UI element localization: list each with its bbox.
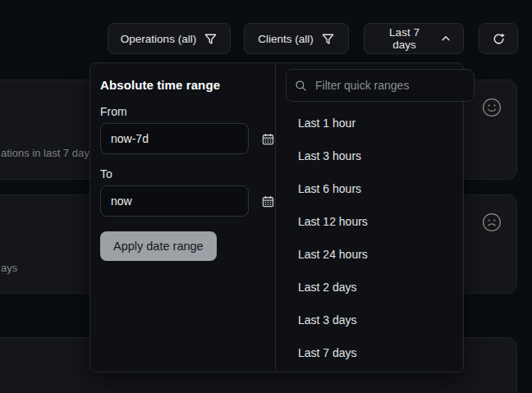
- quick-range-option[interactable]: Last 2 days: [276, 271, 485, 304]
- clients-filter-button[interactable]: Clients (all): [244, 23, 349, 54]
- from-label: From: [100, 105, 275, 118]
- absolute-time-range-section: Absolute time range From To: [90, 63, 275, 372]
- quick-range-option[interactable]: Last 3 days: [276, 304, 485, 336]
- filter-icon: [204, 32, 218, 46]
- filter-icon: [321, 32, 335, 46]
- to-input[interactable]: [100, 185, 249, 217]
- quick-range-option[interactable]: Last 3 hours: [276, 139, 485, 172]
- quick-range-option[interactable]: Last 1 hour: [276, 107, 485, 139]
- section-title: Absolute time range: [100, 78, 275, 92]
- card-caption-text: ations in last 7 days: [1, 147, 94, 159]
- refresh-button[interactable]: [479, 23, 518, 54]
- from-input-row: [100, 123, 275, 154]
- quick-range-list: Last 1 hour Last 3 hours Last 6 hours La…: [276, 107, 485, 369]
- refresh-icon: [492, 32, 506, 46]
- quick-range-search[interactable]: [286, 69, 475, 102]
- chevron-up-icon: [440, 33, 452, 44]
- from-input[interactable]: [100, 123, 249, 154]
- time-range-button[interactable]: Last 7 days: [364, 23, 464, 54]
- quick-range-option[interactable]: Last 12 hours: [276, 205, 485, 238]
- quick-range-option[interactable]: Last 6 hours: [276, 172, 485, 205]
- calendar-icon: [261, 194, 275, 208]
- quick-range-option[interactable]: Last 24 hours: [276, 238, 485, 271]
- quick-range-filter-input[interactable]: [314, 78, 466, 93]
- quick-range-option[interactable]: Last 7 days: [276, 336, 485, 369]
- operations-filter-label: Operations (all): [121, 33, 196, 45]
- time-range-label: Last 7 days: [376, 26, 433, 51]
- to-calendar-button[interactable]: [261, 194, 275, 208]
- to-label: To: [100, 167, 275, 181]
- to-input-row: [100, 185, 275, 217]
- from-calendar-button[interactable]: [261, 132, 275, 146]
- apply-date-range-button[interactable]: Apply date range: [100, 231, 217, 261]
- app-root: ations in last 7 days ays Operations (al…: [0, 0, 532, 393]
- quick-ranges-section: Last 1 hour Last 3 hours Last 6 hours La…: [275, 63, 485, 372]
- operations-filter-button[interactable]: Operations (all): [108, 23, 231, 54]
- search-icon: [295, 80, 307, 92]
- clients-filter-label: Clients (all): [258, 33, 314, 45]
- card-caption-text: ays: [1, 262, 17, 274]
- time-range-picker-panel: Absolute time range From To: [89, 62, 464, 372]
- calendar-icon: [261, 132, 275, 146]
